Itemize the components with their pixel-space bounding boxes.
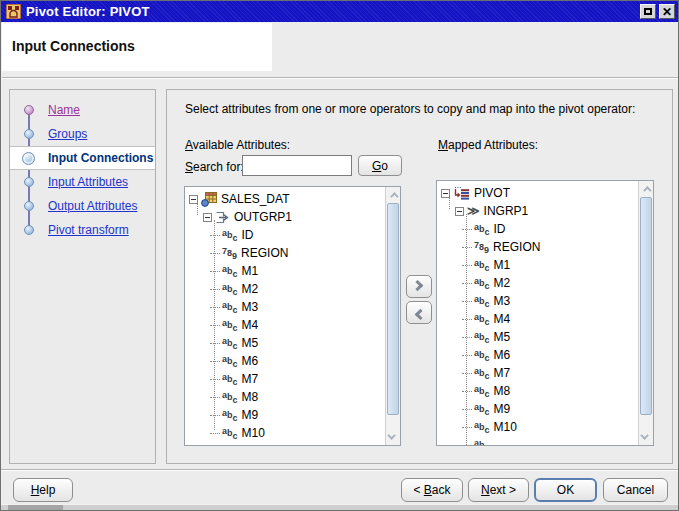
- tree-node-sales_dat[interactable]: SALES_DAT: [189, 190, 385, 208]
- tree-node-m10[interactable]: abcM10: [441, 418, 638, 436]
- text-type-icon: abc: [474, 297, 490, 306]
- text-type-icon: abc: [222, 429, 238, 438]
- pivot-operator-icon: [453, 186, 470, 200]
- cancel-button[interactable]: Cancel: [603, 478, 668, 502]
- tree-node-m7[interactable]: abcM7: [189, 370, 385, 388]
- next-button[interactable]: Next >: [468, 478, 529, 502]
- text-type-icon: abc: [474, 423, 490, 432]
- pivot-editor-window: Pivot Editor: PIVOT ✕ Input Connections …: [0, 0, 679, 511]
- sidebar-item-pivot-transform[interactable]: Pivot transform: [10, 218, 155, 242]
- tree-node-m8[interactable]: abcM8: [441, 382, 638, 400]
- maximize-icon: [644, 8, 652, 15]
- tree-node-m7[interactable]: abcM7: [441, 364, 638, 382]
- tree-node-m3[interactable]: abcM3: [441, 292, 638, 310]
- step-label: Name: [48, 103, 80, 117]
- sidebar-item-groups[interactable]: Groups: [10, 122, 155, 146]
- scroll-thumb[interactable]: [387, 203, 399, 415]
- wizard-header: Input Connections: [2, 22, 679, 78]
- scroll-up-icon[interactable]: [386, 188, 400, 202]
- tree-node-m2[interactable]: abcM2: [189, 280, 385, 298]
- tree-branch-line: [210, 361, 220, 362]
- scroll-down-icon[interactable]: [386, 430, 400, 444]
- tree-node-m8[interactable]: abcM8: [189, 388, 385, 406]
- step-label: Pivot transform: [48, 223, 129, 237]
- search-input[interactable]: [242, 155, 352, 176]
- tree-branch-line: [462, 229, 472, 230]
- output-group-icon: [215, 211, 230, 224]
- tree-branch-line: [210, 253, 220, 254]
- number-type-icon: 789: [222, 249, 237, 258]
- text-type-icon: abc: [474, 315, 490, 324]
- step-bullet-icon: [22, 152, 35, 165]
- window-title: Pivot Editor: PIVOT: [26, 4, 150, 19]
- step-label: Input Attributes: [48, 175, 128, 189]
- tree-node-pivot[interactable]: PIVOT: [441, 184, 638, 202]
- tree-node-m1[interactable]: abcM1: [189, 262, 385, 280]
- go-button[interactable]: Go: [358, 155, 402, 176]
- help-button[interactable]: Help: [13, 478, 73, 502]
- tree-node-outgrp1[interactable]: OUTGRP1: [189, 208, 385, 226]
- tree-branch-line: [210, 325, 220, 326]
- tree-branch-line: [462, 427, 472, 428]
- tree-node-id[interactable]: abcID: [189, 226, 385, 244]
- maximize-button[interactable]: [640, 4, 656, 19]
- collapse-toggle-icon[interactable]: [189, 195, 198, 204]
- tree-node-id[interactable]: abcID: [441, 220, 638, 238]
- sidebar-item-input-attributes[interactable]: Input Attributes: [10, 170, 155, 194]
- tree-node-m4[interactable]: abcM4: [441, 310, 638, 328]
- back-button[interactable]: < Back: [401, 478, 463, 502]
- tree-node-m10[interactable]: abcM10: [189, 424, 385, 442]
- move-left-button[interactable]: [406, 301, 432, 324]
- tree-branch-line: [210, 343, 220, 344]
- scroll-thumb[interactable]: [640, 197, 652, 415]
- scroll-down-icon[interactable]: [639, 430, 653, 444]
- text-type-icon: abc: [474, 369, 490, 378]
- text-type-icon: abc: [474, 225, 490, 234]
- scroll-up-icon[interactable]: [639, 182, 653, 196]
- close-button[interactable]: ✕: [659, 4, 675, 19]
- tree-node-m5[interactable]: abcM5: [441, 328, 638, 346]
- tree-node-m6[interactable]: abcM6: [441, 346, 638, 364]
- text-type-icon: abc: [222, 303, 238, 312]
- tree-node-m5[interactable]: abcM5: [189, 334, 385, 352]
- tree-node-m3[interactable]: abcM3: [189, 298, 385, 316]
- tree-branch-line: [210, 397, 220, 398]
- sidebar-item-input-connections[interactable]: Input Connections: [10, 146, 155, 170]
- tree-guide-line: [449, 196, 450, 209]
- tree-node-m2[interactable]: abcM2: [441, 274, 638, 292]
- available-tree-scrollbar[interactable]: [385, 187, 400, 445]
- text-type-icon: abc: [222, 411, 238, 420]
- collapse-toggle-icon[interactable]: [455, 207, 464, 216]
- tree-node-m9[interactable]: abcM9: [189, 406, 385, 424]
- available-attributes-label: Available Attributes:: [185, 138, 290, 152]
- text-type-icon: abc: [222, 357, 238, 366]
- collapse-toggle-icon[interactable]: [441, 189, 450, 198]
- tree-branch-line: [210, 271, 220, 272]
- text-type-icon: abc: [222, 339, 238, 348]
- tree-branch-line: [462, 247, 472, 248]
- text-type-icon: abc: [474, 441, 490, 446]
- tree-node-region[interactable]: 789REGION: [189, 244, 385, 262]
- tree-node-m4[interactable]: abcM4: [189, 316, 385, 334]
- app-icon: [6, 4, 21, 19]
- tree-node-region[interactable]: 789REGION: [441, 238, 638, 256]
- tree-node-m6[interactable]: abcM6: [189, 352, 385, 370]
- sidebar-item-name[interactable]: Name: [10, 98, 155, 122]
- tree-node-ingrp1[interactable]: ≫INGRP1: [441, 202, 638, 220]
- tree-branch-line: [210, 235, 220, 236]
- tree-branch-line: [210, 415, 220, 416]
- tree-branch-line: [462, 337, 472, 338]
- sidebar-item-output-attributes[interactable]: Output Attributes: [10, 194, 155, 218]
- text-type-icon: abc: [222, 267, 238, 276]
- tree-branch-line: [462, 409, 472, 410]
- text-type-icon: abc: [474, 405, 490, 414]
- move-right-button[interactable]: [406, 275, 432, 298]
- collapse-toggle-icon[interactable]: [203, 213, 212, 222]
- tree-node-partial[interactable]: abc: [441, 436, 638, 445]
- title-bar[interactable]: Pivot Editor: PIVOT ✕: [1, 1, 678, 22]
- tree-branch-line: [210, 307, 220, 308]
- tree-node-m9[interactable]: abcM9: [441, 400, 638, 418]
- mapped-tree-scrollbar[interactable]: [638, 181, 653, 445]
- ok-button[interactable]: OK: [534, 478, 597, 502]
- tree-node-m1[interactable]: abcM1: [441, 256, 638, 274]
